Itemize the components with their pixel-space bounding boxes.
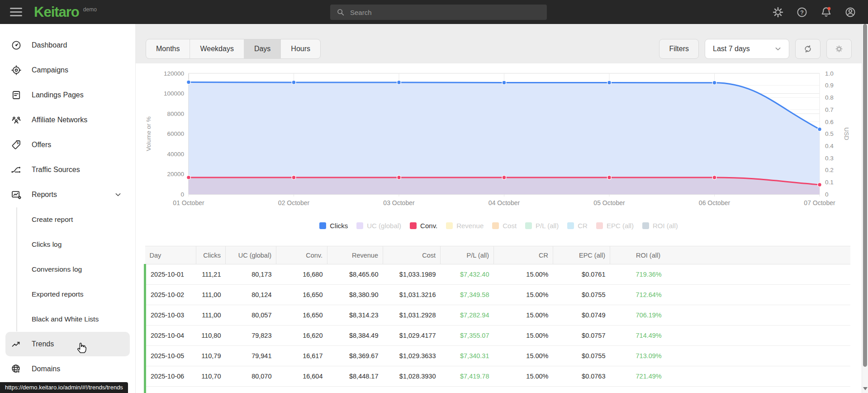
column-header-conv[interactable]: Conv. bbox=[276, 246, 327, 264]
sidebar-subitem-clicks-log[interactable]: Clicks log bbox=[17, 232, 135, 257]
legend-label: P/L (all) bbox=[536, 222, 559, 230]
legend-label: Clicks bbox=[330, 222, 348, 230]
date-range-select[interactable]: Last 7 days bbox=[705, 39, 789, 59]
search-input[interactable] bbox=[350, 9, 541, 16]
legend-item-uc-global[interactable]: UC (global) bbox=[356, 222, 401, 230]
sidebar-item-trends[interactable]: Trends bbox=[5, 332, 130, 356]
account-icon[interactable] bbox=[844, 6, 856, 18]
tab-hours[interactable]: Hours bbox=[280, 39, 320, 58]
cell-roi-all: 733.7% bbox=[610, 387, 851, 393]
svg-text:USD: USD bbox=[843, 127, 850, 140]
scrollbar-down-arrow[interactable] bbox=[863, 387, 868, 390]
cell-cr: 15.00% bbox=[494, 305, 553, 326]
cell-cost: $107.3830 bbox=[383, 387, 441, 393]
dashboard-icon bbox=[11, 40, 22, 51]
tab-days[interactable]: Days bbox=[244, 39, 280, 58]
legend-item-p-l-all[interactable]: P/L (all) bbox=[525, 222, 559, 230]
cell-cost: $1,028.3930 bbox=[383, 366, 441, 387]
legend-label: CR bbox=[578, 222, 588, 230]
legend-swatch bbox=[356, 222, 363, 229]
sidebar-item-offers[interactable]: $Offers bbox=[5, 133, 130, 157]
app-logo: Keitaro bbox=[34, 4, 79, 20]
sidebar-item-label: Affiliate Networks bbox=[32, 116, 87, 124]
date-range-value: Last 7 days bbox=[713, 45, 750, 53]
sidebar-item-traffic-sources[interactable]: Traffic Sources bbox=[5, 158, 130, 182]
reports-icon bbox=[11, 189, 22, 200]
cell-cost: $1,033.1989 bbox=[383, 264, 441, 285]
column-header-clicks[interactable]: Clicks bbox=[196, 246, 226, 264]
cell-uc-global: 80,057 bbox=[226, 305, 276, 326]
cell-epc-all: $0.0743 bbox=[553, 387, 610, 393]
sidebar-item-campaigns[interactable]: Campaigns bbox=[5, 58, 130, 82]
legend-item-epc-all[interactable]: EPC (all) bbox=[596, 222, 634, 230]
column-header-roi-all[interactable]: ROI (all) bbox=[610, 246, 851, 264]
tab-weekdays[interactable]: Weekdays bbox=[190, 39, 243, 58]
reports-submenu: Create reportClicks logConversions logEx… bbox=[16, 207, 135, 331]
legend-swatch bbox=[410, 222, 417, 229]
column-header-p-l-all[interactable]: P/L (all) bbox=[441, 246, 494, 264]
sidebar-nav: DashboardCampaignsLandings PagesAffiliat… bbox=[0, 33, 135, 381]
sidebar-subitem-conversions-log[interactable]: Conversions log bbox=[17, 257, 135, 282]
notifications-bell-icon[interactable] bbox=[820, 6, 832, 18]
tab-months[interactable]: Months bbox=[146, 39, 190, 58]
help-icon[interactable]: ? bbox=[796, 6, 808, 18]
sidebar-subitem-black-and-white-lists[interactable]: Black and White Lists bbox=[17, 307, 135, 331]
sidebar-item-label: Campaigns bbox=[32, 66, 68, 74]
table-row: 2025-10-05110,7979,94116,617$8,369.67$1,… bbox=[145, 346, 851, 366]
table-row: 2025-10-04110,8079,82316,620$8,384.49$1,… bbox=[145, 326, 851, 346]
column-header-revenue[interactable]: Revenue bbox=[327, 246, 383, 264]
svg-text:Volume or %: Volume or % bbox=[145, 116, 152, 151]
cell-day: 2025-10-04 bbox=[145, 326, 196, 346]
legend-item-clicks[interactable]: Clicks bbox=[319, 222, 348, 230]
column-header-cr[interactable]: CR bbox=[494, 246, 553, 264]
cell-day: 2025-10-02 bbox=[145, 285, 196, 305]
table-row: 2025-10-06110,7080,07016,604$8,448.17$1,… bbox=[145, 366, 851, 387]
cell-cr: 15.00% bbox=[494, 346, 553, 366]
cell-cr: 15.00% bbox=[494, 366, 553, 387]
cell-clicks: 110,70 bbox=[196, 366, 226, 387]
legend-item-conv[interactable]: Conv. bbox=[410, 222, 437, 230]
svg-text:05 October: 05 October bbox=[593, 199, 625, 206]
hamburger-menu-icon[interactable] bbox=[10, 8, 22, 16]
svg-text:0.8: 0.8 bbox=[825, 94, 834, 101]
column-header-cost[interactable]: Cost bbox=[383, 246, 441, 264]
legend-swatch bbox=[642, 222, 649, 229]
page-scrollbar[interactable] bbox=[862, 24, 868, 393]
cell-conv: 2,449 bbox=[276, 387, 327, 393]
column-header-day[interactable]: Day bbox=[145, 246, 196, 264]
column-header-uc-global[interactable]: UC (global) bbox=[226, 246, 276, 264]
legend-swatch bbox=[492, 222, 499, 229]
svg-text:0.4: 0.4 bbox=[825, 143, 834, 149]
global-search[interactable] bbox=[330, 5, 547, 20]
sidebar-item-domains[interactable]: Domains bbox=[5, 357, 130, 381]
topbar: Keitaro demo ? bbox=[0, 0, 868, 24]
filters-button[interactable]: Filters bbox=[659, 39, 699, 59]
svg-text:60000: 60000 bbox=[167, 130, 184, 137]
cell-epc-all: $0.0757 bbox=[553, 326, 610, 346]
legend-swatch bbox=[525, 222, 532, 229]
legend-item-roi-all[interactable]: ROI (all) bbox=[642, 222, 678, 230]
column-header-epc-all[interactable]: EPC (all) bbox=[553, 246, 610, 264]
legend-item-cost[interactable]: Cost bbox=[492, 222, 517, 230]
sidebar-item-affiliate-networks[interactable]: Affiliate Networks bbox=[5, 108, 130, 132]
legend-item-cr[interactable]: CR bbox=[567, 222, 588, 230]
refresh-button[interactable] bbox=[795, 39, 821, 59]
legend-label: Revenue bbox=[456, 222, 484, 230]
sidebar-item-landings-pages[interactable]: Landings Pages bbox=[5, 83, 130, 107]
svg-text:0.2: 0.2 bbox=[825, 167, 834, 173]
chart-settings-button[interactable] bbox=[826, 39, 852, 59]
cell-day: 2025-10-06 bbox=[145, 366, 196, 387]
legend-item-revenue[interactable]: Revenue bbox=[446, 222, 484, 230]
cell-p-l-all: $7,282.94 bbox=[441, 305, 494, 326]
sidebar-subitem-exported-reports[interactable]: Exported reports bbox=[17, 282, 135, 307]
settings-icon[interactable] bbox=[772, 6, 784, 18]
cell-uc-global: 80,070 bbox=[226, 366, 276, 387]
cell-revenue: $1,223.24 bbox=[327, 387, 383, 393]
sidebar-item-label: Traffic Sources bbox=[32, 166, 80, 174]
sidebar-item-reports[interactable]: Reports bbox=[5, 182, 130, 207]
scrollbar-thumb[interactable] bbox=[863, 24, 867, 367]
sidebar-item-dashboard[interactable]: Dashboard bbox=[5, 33, 130, 58]
svg-text:0.5: 0.5 bbox=[825, 130, 834, 137]
svg-text:?: ? bbox=[800, 9, 804, 15]
sidebar-subitem-create-report[interactable]: Create report bbox=[17, 207, 135, 232]
